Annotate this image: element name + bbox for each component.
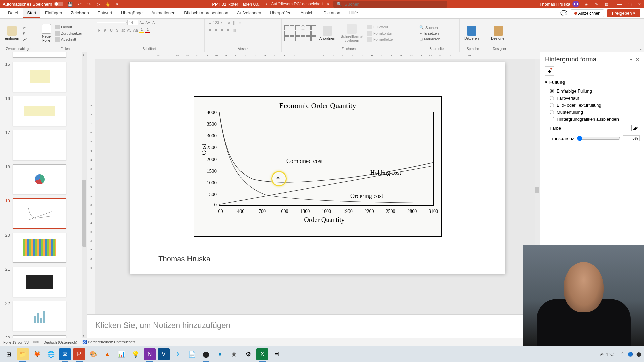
app-icon[interactable]: 🎨 <box>87 348 99 360</box>
pane-dropdown-icon[interactable]: ▾ <box>630 57 632 62</box>
shape-textbox-icon[interactable] <box>284 25 289 30</box>
start-show-icon[interactable]: ▷ <box>96 1 101 7</box>
app-icon[interactable]: V <box>158 348 170 360</box>
app-icon[interactable]: ◉ <box>228 348 240 360</box>
char-spacing-button[interactable]: AV <box>127 27 132 33</box>
fill-category-icon[interactable]: ◆ <box>545 66 554 76</box>
pen-icon[interactable]: ✎ <box>594 1 599 7</box>
slide-thumb-16[interactable] <box>13 96 66 126</box>
telegram-icon[interactable]: ✈ <box>172 348 184 360</box>
firefox-icon[interactable]: 🦊 <box>31 348 43 360</box>
line-spacing-button[interactable]: ‖ <box>231 20 237 25</box>
app-icon[interactable]: 📄 <box>186 348 198 360</box>
dictate-button[interactable]: Diktieren <box>462 25 481 41</box>
shape-line-icon[interactable] <box>290 25 294 30</box>
increase-font-icon[interactable]: A▴ <box>139 20 144 25</box>
indent-inc-button[interactable]: ⇥ <box>225 20 231 25</box>
tab-aufzeichnen[interactable]: Aufzeichnen <box>233 8 265 18</box>
shape-icon[interactable] <box>290 36 294 41</box>
strike-button[interactable]: S <box>115 27 120 33</box>
pane-close-icon[interactable]: ✕ <box>636 57 639 62</box>
settings-icon[interactable]: ⚙ <box>242 348 254 360</box>
layout-button[interactable]: Layout <box>54 24 84 30</box>
slide-thumb-19[interactable] <box>13 198 66 229</box>
highlight-button[interactable]: A <box>139 27 144 33</box>
shadow-button[interactable]: ab <box>121 27 126 33</box>
tab-ansicht[interactable]: Ansicht <box>296 8 319 18</box>
tab-hilfe[interactable]: Hilfe <box>345 8 362 18</box>
outline-button[interactable]: Formkontur <box>367 31 394 36</box>
chrome-icon[interactable]: 🌐 <box>45 348 57 360</box>
shape-arrow-icon[interactable] <box>306 25 311 30</box>
tab-praesentation[interactable]: Bildschirmpräsentation <box>180 8 232 18</box>
decrease-font-icon[interactable]: A▾ <box>145 20 150 25</box>
system-tray[interactable]: ⌃ 🔵 ⬤ <box>621 352 641 357</box>
indent-dec-button[interactable]: ⇤ <box>219 20 225 25</box>
slide-thumb-21[interactable] <box>13 267 66 297</box>
shape-icon[interactable] <box>290 31 294 36</box>
shape-icon[interactable] <box>295 36 300 41</box>
shapes-gallery[interactable] <box>284 25 316 41</box>
collapse-ribbon-icon[interactable]: ⌄ <box>639 47 642 51</box>
tab-einfuegen[interactable]: Einfügen <box>41 8 66 18</box>
italic-button[interactable]: K <box>103 27 108 33</box>
align-center-button[interactable]: ≡ <box>213 27 219 33</box>
fill-gradient-radio[interactable]: Farbverlauf <box>545 95 639 102</box>
shape-icon[interactable] <box>284 36 289 41</box>
user-account[interactable]: Thomas Hruska TH <box>539 1 579 7</box>
slide-thumb-18[interactable] <box>13 164 66 194</box>
fill-button[interactable]: Fülleffekt <box>367 24 394 30</box>
start-menu-icon[interactable]: ⊞ <box>3 348 15 360</box>
numbering-button[interactable]: 123 <box>213 20 219 25</box>
tab-uebergaenge[interactable]: Übergänge <box>117 8 147 18</box>
shape-icon[interactable] <box>306 36 311 41</box>
app-icon[interactable]: 💡 <box>129 348 142 360</box>
designer-button[interactable]: Designer <box>489 25 508 41</box>
slide-thumb-15[interactable] <box>13 62 66 92</box>
shape-icon[interactable] <box>306 31 311 36</box>
underline-button[interactable]: U <box>109 27 114 33</box>
comments-icon[interactable]: 💬 <box>560 10 567 16</box>
transparency-value[interactable] <box>623 135 640 141</box>
tray-icon[interactable]: ⬤ <box>636 352 641 357</box>
toggle-switch[interactable] <box>54 2 63 6</box>
shape-icon[interactable] <box>301 36 305 41</box>
autosave-toggle[interactable]: Automatisches Speichern <box>3 2 63 7</box>
language-status[interactable]: Deutsch (Österreich) <box>43 340 77 344</box>
tab-zeichnen[interactable]: Zeichnen <box>67 8 93 18</box>
shape-icon[interactable] <box>295 31 300 36</box>
fill-solid-radio[interactable]: Einfarbige Füllung <box>545 87 639 95</box>
replace-button[interactable]: ↔Ersetzen <box>419 31 441 36</box>
scrollbar-handle[interactable] <box>535 187 539 193</box>
tab-start[interactable]: Start <box>23 8 40 18</box>
tray-icon[interactable]: 🔵 <box>628 352 633 357</box>
minimize-icon[interactable]: — <box>617 2 622 7</box>
record-button[interactable]: Aufzeichnen <box>571 9 604 17</box>
tab-datei[interactable]: Datei <box>4 8 22 18</box>
file-explorer-icon[interactable]: 📁 <box>17 348 29 360</box>
quick-styles-button[interactable]: Schnellformat vorlagen <box>339 23 365 43</box>
tab-ueberpruefen[interactable]: Überprüfen <box>266 8 296 18</box>
scrollbar-handle[interactable] <box>82 180 86 247</box>
app-icon[interactable]: ● <box>214 348 226 360</box>
tab-entwurf[interactable]: Entwurf <box>94 8 116 18</box>
copy-button[interactable]: ⎘ <box>22 31 28 36</box>
onenote-icon[interactable]: N <box>144 348 156 360</box>
align-right-button[interactable]: ≡ <box>219 27 225 33</box>
redo-icon[interactable]: ↷ <box>86 1 92 7</box>
shape-icon[interactable] <box>284 31 289 36</box>
outlook-icon[interactable]: ✉ <box>59 348 71 360</box>
notes-pane[interactable]: Klicken Sie, um Notizen hinzuzufügen <box>87 314 540 338</box>
align-left-button[interactable]: ≡ <box>207 27 213 33</box>
shape-icon[interactable] <box>301 31 305 36</box>
justify-button[interactable]: ≡ <box>225 27 231 33</box>
close-icon[interactable]: ✕ <box>638 2 641 7</box>
tray-chevron-icon[interactable]: ⌃ <box>621 352 624 357</box>
slide-thumb-20[interactable] <box>13 233 66 263</box>
undo-icon[interactable]: ↶ <box>77 1 82 7</box>
slide-counter[interactable]: Folie 19 von 33 <box>3 340 29 344</box>
powerpoint-icon[interactable]: P <box>73 348 85 360</box>
search-box[interactable]: 🔍 <box>333 1 447 8</box>
arrange-button[interactable]: Anordnen <box>317 25 337 41</box>
paste-button[interactable]: Einfügen <box>3 25 21 41</box>
